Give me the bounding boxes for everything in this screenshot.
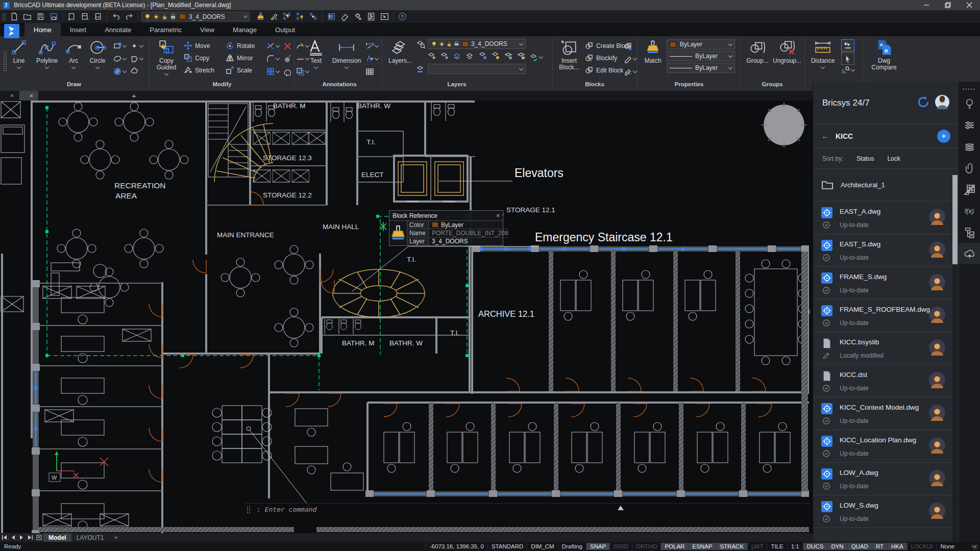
sheet-sets-icon[interactable] <box>959 179 980 200</box>
text-button[interactable]: Text <box>304 37 328 80</box>
zoom-extents-icon[interactable] <box>378 11 391 22</box>
circle-button[interactable]: Circle <box>86 37 109 80</box>
move-button[interactable]: Move <box>184 40 214 51</box>
layer-search-icon[interactable] <box>416 40 425 49</box>
ribbon-tab[interactable]: View <box>191 23 224 36</box>
status-toggle[interactable]: TILE <box>767 543 787 550</box>
linetype-combo[interactable]: ByLayer <box>667 63 735 73</box>
document-tab[interactable]: × <box>19 91 39 101</box>
toolbar-drag-handle[interactable] <box>2 12 6 21</box>
rectangle-icon[interactable] <box>113 42 122 51</box>
layer-current-icon[interactable] <box>453 52 462 60</box>
lineweight-combo[interactable]: ByLayer <box>667 51 735 61</box>
select-block-icon[interactable] <box>280 11 293 22</box>
explode-icon[interactable] <box>283 55 292 63</box>
status-toggle[interactable]: -6073.16, 1396.35, 0 <box>426 543 487 550</box>
restore-button[interactable] <box>937 0 959 10</box>
select-cursor-icon[interactable] <box>841 53 854 65</box>
select-similar-icon[interactable] <box>293 11 307 22</box>
quick-select-icon[interactable] <box>307 11 320 22</box>
layer-quick-combo[interactable]: 3_4_DOORS <box>141 12 250 21</box>
ribbon-tab[interactable]: Annotate <box>95 23 140 36</box>
color-combo[interactable]: ByLayer <box>667 39 735 49</box>
line-button[interactable]: Line <box>7 37 31 80</box>
tips-lightbulb-icon[interactable] <box>959 93 980 114</box>
tooltip-close-icon[interactable]: × <box>496 212 500 219</box>
resize-grip[interactable] <box>973 544 978 549</box>
save-block-icon[interactable] <box>624 42 632 51</box>
status-toggle[interactable]: ESNAP <box>688 543 716 550</box>
sort-status-option[interactable]: Status <box>856 155 874 162</box>
helix-icon[interactable] <box>283 67 292 76</box>
redo-icon[interactable] <box>122 11 136 22</box>
stretch-button[interactable]: Stretch <box>184 65 214 76</box>
layer-unlock-icon[interactable] <box>517 52 526 60</box>
minimize-button[interactable] <box>916 0 937 10</box>
status-toggle[interactable]: ORTHO <box>632 543 660 550</box>
text-style-icon[interactable] <box>365 55 374 63</box>
status-toggle[interactable]: DYN <box>827 543 847 550</box>
ellipse-icon[interactable] <box>113 55 122 63</box>
layers-button[interactable]: Layers... <box>386 37 414 80</box>
prev-layout-icon[interactable] <box>9 534 17 541</box>
file-row[interactable]: LOW_A.dwg Up-to-date <box>813 463 959 495</box>
fillet-icon[interactable] <box>266 55 275 63</box>
group-button[interactable]: Group... <box>744 37 771 80</box>
application-button[interactable] <box>4 24 19 38</box>
layer-off-icon[interactable] <box>466 52 475 60</box>
clean-eraser-icon[interactable] <box>338 11 351 22</box>
status-toggle[interactable]: DIM_CM <box>527 543 557 550</box>
ribbon-tab[interactable]: Manage <box>224 23 266 36</box>
next-layout-icon[interactable] <box>17 534 26 541</box>
layer-lock-small-icon[interactable] <box>504 52 513 60</box>
file-row[interactable]: LOW_S.dwg Up-to-date <box>813 495 959 528</box>
break-icon[interactable] <box>296 55 305 63</box>
status-toggle[interactable]: 1:1 <box>787 543 803 550</box>
status-toggle[interactable]: SNAP <box>586 543 609 550</box>
document-tab[interactable]: × <box>0 91 19 101</box>
new-tab-button[interactable]: + <box>127 91 141 101</box>
command-prompt[interactable]: : Enter command <box>257 506 316 513</box>
file-row[interactable]: KICC.dst Up-to-date <box>813 365 959 397</box>
status-toggle[interactable]: HKA <box>887 543 907 550</box>
offset-icon[interactable] <box>296 67 305 76</box>
status-toggle[interactable]: GRID <box>609 543 632 550</box>
file-row[interactable]: FRAME_S.dwg Up-to-date <box>813 267 959 299</box>
layers-panel-icon[interactable] <box>959 136 980 157</box>
file-row[interactable]: KICC_Context Model.dwg Up-to-date <box>813 397 959 430</box>
status-toggle[interactable]: POLAR <box>660 543 688 550</box>
dimension-button[interactable]: Dimension <box>331 37 362 80</box>
copy-guided-button[interactable]: Copy Guided <box>153 37 180 80</box>
rotate-button[interactable]: Rotate <box>226 40 255 51</box>
folder-row[interactable]: Architectural_1 <box>813 169 959 202</box>
polyline-button[interactable]: Polyline <box>33 37 61 80</box>
sort-lock-option[interactable]: Lock <box>887 155 900 162</box>
panel-drag-handle[interactable] <box>3 51 7 71</box>
delete-icon[interactable] <box>283 42 292 51</box>
layer-state-combo[interactable] <box>428 64 526 74</box>
new-file-icon[interactable] <box>7 11 20 22</box>
layout1-tab[interactable]: LAYOUT1 <box>71 533 109 542</box>
dwg-compare-button[interactable]: AB Dwg Compare <box>868 37 900 80</box>
settings-dialog-icon[interactable] <box>364 11 378 22</box>
layer-state-manager-icon[interactable] <box>416 65 425 73</box>
layer-thaw-icon[interactable] <box>492 52 500 60</box>
file-row[interactable]: KICC_Location Plan.dwg Up-to-date <box>813 430 959 463</box>
table-icon[interactable] <box>365 67 374 76</box>
trim-icon[interactable] <box>266 42 275 51</box>
command-bar-handle[interactable] <box>246 505 250 514</box>
save-as-icon[interactable] <box>47 11 60 22</box>
layer-freeze-icon[interactable] <box>479 52 487 60</box>
status-toggle[interactable]: RT <box>872 543 887 550</box>
ribbon-tab[interactable]: Home <box>24 23 61 36</box>
measure-quick-icon[interactable] <box>841 39 854 52</box>
edit-polyline-icon[interactable] <box>296 42 305 51</box>
match-button[interactable]: Match <box>641 37 665 80</box>
dim-linear-icon[interactable] <box>365 42 374 51</box>
back-icon[interactable]: ← <box>821 132 829 141</box>
scrollbar-thumb[interactable] <box>952 175 958 264</box>
layer-state-icon[interactable] <box>530 53 538 62</box>
layer-combo[interactable]: 3_4_DOORS <box>428 39 526 49</box>
layout-menu-icon[interactable] <box>35 534 43 541</box>
copy-button[interactable]: Copy <box>184 53 214 63</box>
